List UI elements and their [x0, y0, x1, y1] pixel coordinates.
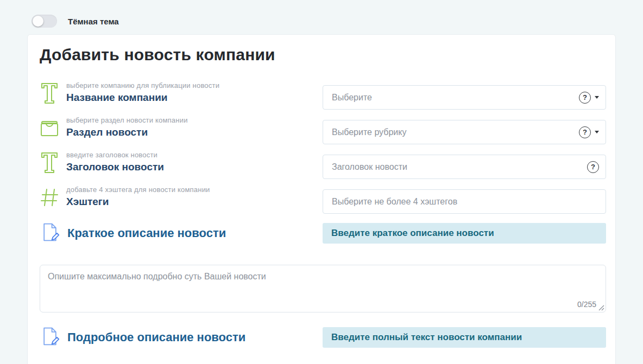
company-select-input[interactable]: [331, 92, 579, 103]
page-title: Добавить новость компании: [40, 46, 606, 64]
short-description-textarea-wrap: 0/255: [40, 265, 606, 312]
hashtags-input[interactable]: [331, 196, 599, 207]
help-icon[interactable]: ?: [579, 92, 591, 104]
short-description-heading: Краткое описание новости: [67, 226, 226, 240]
short-description-section: Краткое описание новости Введите краткое…: [40, 221, 606, 245]
field-hint: добавьте 4 хэштега для новости компании: [66, 186, 210, 194]
document-edit-icon: [40, 221, 60, 245]
archive-icon: [40, 115, 59, 139]
hashtags-field[interactable]: [323, 189, 606, 214]
document-edit-icon: [40, 325, 60, 349]
full-description-banner: Введите полный текст новости компании: [323, 327, 606, 348]
field-hint: выберите компанию для публикации новости: [66, 81, 219, 90]
rubric-select-input[interactable]: [331, 127, 579, 138]
short-description-banner: Введите краткое описание новости: [323, 223, 606, 244]
hashtag-icon: [40, 184, 59, 209]
field-row-hashtags: добавьте 4 хэштега для новости компании …: [40, 184, 606, 214]
field-hint: выберите раздел новости компании: [66, 116, 188, 124]
full-description-heading: Подробное описание новости: [67, 330, 245, 344]
field-label: Хэштеги: [66, 196, 210, 208]
help-icon[interactable]: ?: [587, 161, 599, 173]
char-counter: 0/255: [577, 300, 596, 309]
full-description-section: Подробное описание новости Введите полны…: [40, 325, 606, 349]
rubric-select[interactable]: ?: [323, 120, 606, 144]
chevron-down-icon[interactable]: [595, 96, 599, 99]
dark-theme-toggle[interactable]: [31, 15, 57, 28]
field-row-section: выберите раздел новости компании Раздел …: [40, 115, 606, 144]
field-hint: введите заголовок новости: [66, 151, 164, 159]
news-title-field[interactable]: ?: [323, 155, 606, 179]
short-description-textarea[interactable]: [40, 265, 606, 297]
add-news-card: Добавить новость компании выберите компа…: [27, 34, 616, 364]
company-select[interactable]: ?: [323, 85, 606, 110]
field-row-title: введите заголовок новости Заголовок ново…: [40, 150, 606, 179]
theme-toggle-bar: Тёмная тема: [0, 0, 643, 34]
chevron-down-icon[interactable]: [595, 131, 599, 133]
field-label: Раздел новости: [66, 126, 188, 138]
field-label: Название компании: [66, 92, 219, 104]
dark-theme-label: Тёмная тема: [68, 17, 119, 26]
field-row-company: выберите компанию для публикации новости…: [40, 80, 606, 110]
text-icon: [40, 80, 59, 105]
news-title-input[interactable]: [331, 162, 587, 173]
text-icon: [40, 150, 59, 174]
resize-grip-icon[interactable]: [598, 305, 604, 311]
field-label: Заголовок новости: [66, 161, 164, 173]
toggle-knob: [33, 16, 43, 27]
help-icon[interactable]: ?: [579, 126, 591, 138]
